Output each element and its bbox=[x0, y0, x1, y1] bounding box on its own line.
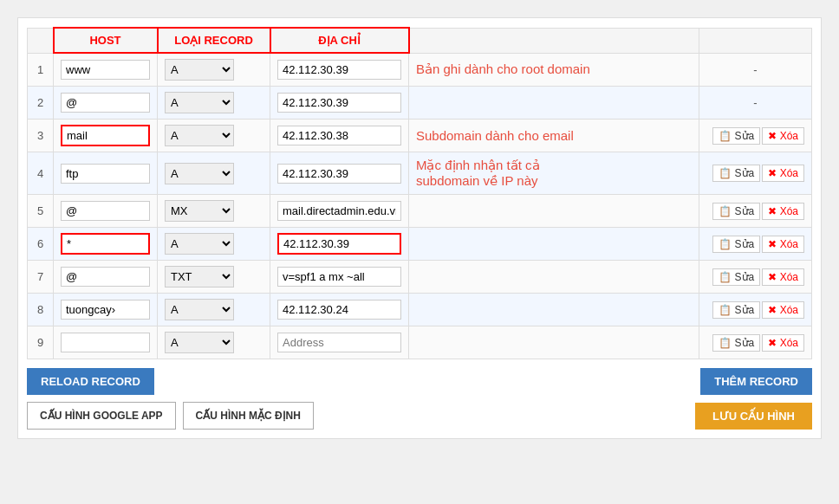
host-cell bbox=[54, 261, 158, 294]
note-cell bbox=[409, 261, 699, 294]
action-cell: SửaXóa bbox=[699, 326, 812, 359]
host-input[interactable] bbox=[61, 164, 150, 184]
table-row: 6AMXTXTCNAMENSSửaXóa bbox=[28, 228, 812, 261]
host-cell bbox=[54, 228, 158, 261]
bottom-bar: RELOAD RECORD THÊM RECORD bbox=[27, 368, 812, 395]
dia-chi-input[interactable] bbox=[277, 201, 401, 221]
xoa-button[interactable]: Xóa bbox=[762, 236, 804, 253]
xoa-button[interactable]: Xóa bbox=[762, 203, 804, 220]
note-cell bbox=[409, 326, 699, 359]
table-row: 9AMXTXTCNAMENSSửaXóa bbox=[28, 326, 812, 359]
table-row: 5AMXTXTCNAMENSSửaXóa bbox=[28, 195, 812, 228]
sua-button[interactable]: Sửa bbox=[712, 165, 760, 182]
loai-record-cell: AMXTXTCNAMENS bbox=[158, 120, 270, 152]
host-input[interactable] bbox=[61, 233, 150, 255]
host-input[interactable] bbox=[61, 60, 150, 80]
row-number: 8 bbox=[28, 294, 54, 326]
table-row: 2AMXTXTCNAMENS- bbox=[28, 87, 812, 120]
row-number: 7 bbox=[28, 261, 54, 294]
loai-record-cell: AMXTXTCNAMENS bbox=[158, 87, 270, 120]
loai-record-select[interactable]: AMXTXTCNAMENS bbox=[165, 59, 234, 81]
host-cell bbox=[54, 120, 158, 152]
dia-chi-cell bbox=[270, 120, 409, 152]
loai-record-select[interactable]: AMXTXTCNAMENS bbox=[165, 332, 234, 353]
host-input[interactable] bbox=[61, 93, 150, 113]
sua-button[interactable]: Sửa bbox=[712, 203, 760, 220]
loai-record-select[interactable]: AMXTXTCNAMENS bbox=[165, 233, 234, 255]
host-input[interactable] bbox=[61, 267, 150, 287]
xoa-button[interactable]: Xóa bbox=[762, 301, 804, 319]
xoa-button[interactable]: Xóa bbox=[762, 268, 804, 286]
reload-record-button[interactable]: RELOAD RECORD bbox=[27, 368, 154, 395]
dia-chi-input[interactable] bbox=[277, 233, 401, 255]
row-number: 1 bbox=[28, 53, 54, 87]
main-container: HOST LOẠI RECORD ĐỊA CHỈ 1AMXTXTCNAMENSB… bbox=[17, 17, 822, 439]
host-input[interactable] bbox=[61, 333, 150, 352]
dia-chi-input[interactable] bbox=[277, 300, 401, 320]
xoa-button[interactable]: Xóa bbox=[762, 334, 804, 352]
action-cell: - bbox=[699, 87, 812, 120]
action-cell: SửaXóa bbox=[699, 195, 812, 228]
dia-chi-input[interactable] bbox=[277, 267, 401, 287]
sua-button[interactable]: Sửa bbox=[712, 334, 760, 352]
loai-record-select[interactable]: AMXTXTCNAMENS bbox=[165, 266, 234, 288]
dns-records-table: HOST LOẠI RECORD ĐỊA CHỈ 1AMXTXTCNAMENSB… bbox=[27, 27, 812, 359]
host-cell bbox=[54, 326, 158, 359]
host-input[interactable] bbox=[61, 300, 150, 320]
host-cell bbox=[54, 195, 158, 228]
note-cell bbox=[409, 228, 699, 261]
action-cell: SửaXóa bbox=[699, 152, 812, 195]
loai-record-select[interactable]: AMXTXTCNAMENS bbox=[165, 125, 234, 146]
loai-record-select[interactable]: AMXTXTCNAMENS bbox=[165, 92, 234, 113]
dia-chi-cell bbox=[270, 326, 409, 359]
row-number: 5 bbox=[28, 195, 54, 228]
note-cell bbox=[409, 294, 699, 326]
host-cell bbox=[54, 294, 158, 326]
host-input[interactable] bbox=[61, 201, 150, 221]
cau-hinh-google-button[interactable]: CẤU HÌNH GOOGLE APP bbox=[27, 402, 176, 430]
dia-chi-input[interactable] bbox=[277, 93, 401, 113]
xoa-button[interactable]: Xóa bbox=[762, 165, 804, 182]
dia-chi-input[interactable] bbox=[277, 126, 401, 145]
row-number: 6 bbox=[28, 228, 54, 261]
loai-record-cell: AMXTXTCNAMENS bbox=[158, 195, 270, 228]
dia-chi-cell bbox=[270, 294, 409, 326]
luu-cau-hinh-button[interactable]: LƯU CẤU HÌNH bbox=[695, 403, 812, 430]
dia-chi-input[interactable] bbox=[277, 164, 401, 184]
cau-hinh-mac-dinh-button[interactable]: CẤU HÌNH MẶC ĐỊNH bbox=[183, 402, 314, 430]
row-number: 9 bbox=[28, 326, 54, 359]
action-cell: SửaXóa bbox=[699, 228, 812, 261]
loai-record-cell: AMXTXTCNAMENS bbox=[158, 152, 270, 195]
col-dia-chi-header: ĐỊA CHỈ bbox=[270, 28, 409, 53]
sua-button[interactable]: Sửa bbox=[712, 301, 760, 319]
table-row: 7AMXTXTCNAMENSSửaXóa bbox=[28, 261, 812, 294]
host-input[interactable] bbox=[61, 125, 150, 146]
loai-record-cell: AMXTXTCNAMENS bbox=[158, 228, 270, 261]
note-cell: Bản ghi dành cho root domain bbox=[409, 53, 699, 87]
dia-chi-input[interactable] bbox=[277, 60, 401, 80]
sua-button[interactable]: Sửa bbox=[712, 127, 760, 145]
footer-left: CẤU HÌNH GOOGLE APP CẤU HÌNH MẶC ĐỊNH bbox=[27, 402, 314, 430]
dia-chi-cell bbox=[270, 53, 409, 87]
dia-chi-cell bbox=[270, 261, 409, 294]
action-cell: - bbox=[699, 53, 812, 87]
loai-record-select[interactable]: AMXTXTCNAMENS bbox=[165, 299, 234, 320]
loai-record-select[interactable]: AMXTXTCNAMENS bbox=[165, 200, 234, 222]
xoa-button[interactable]: Xóa bbox=[762, 127, 804, 145]
action-cell: SửaXóa bbox=[699, 294, 812, 326]
loai-record-select[interactable]: AMXTXTCNAMENS bbox=[165, 163, 234, 184]
loai-record-cell: AMXTXTCNAMENS bbox=[158, 261, 270, 294]
sua-button[interactable]: Sửa bbox=[712, 236, 760, 253]
dia-chi-input[interactable] bbox=[277, 333, 401, 352]
row-number: 2 bbox=[28, 87, 54, 120]
col-note-header bbox=[409, 28, 699, 53]
col-host-header: HOST bbox=[54, 28, 158, 53]
row-number: 4 bbox=[28, 152, 54, 195]
col-num-header bbox=[28, 28, 54, 53]
them-record-button[interactable]: THÊM RECORD bbox=[700, 368, 812, 395]
sua-button[interactable]: Sửa bbox=[712, 268, 760, 286]
loai-record-cell: AMXTXTCNAMENS bbox=[158, 53, 270, 87]
dia-chi-cell bbox=[270, 152, 409, 195]
loai-record-cell: AMXTXTCNAMENS bbox=[158, 326, 270, 359]
note-text: Subdomain dành cho email bbox=[416, 128, 574, 143]
